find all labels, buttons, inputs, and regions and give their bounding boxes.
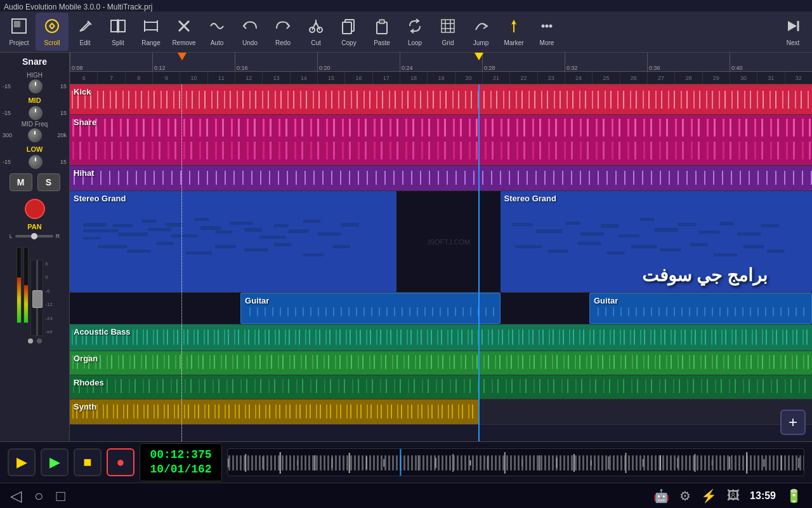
record-icon: ● xyxy=(116,454,124,471)
tool-edit[interactable]: Edit xyxy=(69,13,102,51)
tool-undo[interactable]: Undo xyxy=(233,13,266,51)
tool-jump[interactable]: Jump xyxy=(464,13,497,51)
pan-slider-row: L R xyxy=(3,233,67,239)
play-icon: ▶ xyxy=(16,454,27,471)
track-row-guitar[interactable]: Guitar Guitar xyxy=(70,293,812,324)
watermark: JSOFTJ.COM xyxy=(426,238,470,246)
tool-copy[interactable]: Copy xyxy=(332,13,365,51)
tool-redo[interactable]: Redo xyxy=(266,13,299,51)
track-content-guitar[interactable]: Guitar Guitar xyxy=(70,293,812,324)
guitar-clip-2[interactable]: Guitar xyxy=(589,293,812,324)
pan-slider-thumb[interactable] xyxy=(31,233,37,239)
mute-button[interactable]: M xyxy=(10,173,32,191)
track-content-piano[interactable]: Stereo Grand xyxy=(70,191,812,292)
svg-rect-99 xyxy=(452,454,454,472)
svg-rect-96 xyxy=(383,459,384,467)
svg-rect-104 xyxy=(539,455,540,471)
tool-more[interactable]: More xyxy=(530,13,563,51)
track-row-synth[interactable]: Synth xyxy=(70,399,812,425)
vu-channel-right xyxy=(23,247,29,336)
track-row-snare[interactable]: Snare xyxy=(70,115,812,166)
svg-rect-81 xyxy=(714,253,737,257)
record-arm-button[interactable] xyxy=(25,199,45,219)
tool-paste[interactable]: Paste xyxy=(365,13,398,51)
tool-auto[interactable]: Auto xyxy=(200,13,233,51)
add-track-button[interactable]: + xyxy=(780,410,806,435)
track-content-kick[interactable]: Kick // Generate kick waveform bars inli… xyxy=(70,84,812,114)
track-content-hihat[interactable]: Hihat xyxy=(70,166,812,190)
piano-clip-1[interactable]: Stereo Grand xyxy=(70,191,396,292)
tool-marker[interactable]: Marker xyxy=(497,13,530,51)
track-row-organ[interactable]: Organ xyxy=(70,351,812,375)
track-content-snare[interactable]: Snare xyxy=(70,115,812,165)
svg-rect-68 xyxy=(655,228,678,232)
vu-bar-left xyxy=(16,247,22,323)
time-ruler[interactable]: 0:08 0:12 0:16 0:20 0:24 0:28 0:32 0:36 … xyxy=(70,53,812,72)
home-button[interactable]: ○ xyxy=(34,487,44,505)
track-row-piano[interactable]: Stereo Grand xyxy=(70,191,812,293)
back-button[interactable]: ◁ xyxy=(10,487,22,505)
guitar-clip-1[interactable]: Guitar xyxy=(240,293,501,324)
db-labels: 6 0 -6 -12 -24 -inf xyxy=(45,260,53,336)
tool-split[interactable]: Split xyxy=(102,13,134,51)
tool-cut[interactable]: Cut xyxy=(299,13,332,51)
solo-button[interactable]: S xyxy=(37,173,60,191)
tool-range[interactable]: Range xyxy=(134,13,167,51)
svg-rect-37 xyxy=(141,220,156,223)
svg-rect-56 xyxy=(215,245,235,248)
svg-rect-83 xyxy=(767,250,785,253)
track-row-rhodes[interactable]: Rhodes xyxy=(70,375,812,399)
tracks-container[interactable]: Kick // Generate kick waveform bars inli… xyxy=(70,84,812,441)
eq-midfreq-knob[interactable] xyxy=(28,128,42,142)
tool-next[interactable]: Next xyxy=(776,13,809,51)
track-label-kick: Kick xyxy=(74,87,91,97)
dot-2[interactable] xyxy=(37,338,42,344)
pan-slider[interactable] xyxy=(15,235,53,237)
eq-high-knob[interactable] xyxy=(29,79,43,93)
synth-clip-1[interactable]: Synth xyxy=(70,399,478,424)
dot-1[interactable] xyxy=(28,338,33,344)
scroll-dots xyxy=(28,336,42,346)
track-content-bass[interactable]: Acoustic Bass xyxy=(70,324,812,351)
svg-point-2 xyxy=(46,20,58,32)
fader-handle[interactable] xyxy=(32,290,43,308)
volume-fader[interactable] xyxy=(30,260,43,336)
track-row-bass[interactable]: Acoustic Bass xyxy=(70,324,812,351)
copy-label: Copy xyxy=(341,39,356,46)
play-green-button[interactable]: ▶ xyxy=(41,448,69,476)
piano-clip-2[interactable]: Stereo Grand xyxy=(501,191,812,292)
svg-rect-61 xyxy=(513,223,534,226)
eq-low-knob[interactable] xyxy=(29,155,43,169)
track-content-synth[interactable]: Synth xyxy=(70,399,812,424)
track-row-hihat[interactable]: Hihat xyxy=(70,166,812,191)
tool-scroll[interactable]: Scroll xyxy=(36,13,69,51)
track-content-rhodes[interactable]: Rhodes xyxy=(70,375,812,399)
undo-icon xyxy=(241,17,259,37)
eq-mid-knob[interactable] xyxy=(29,106,43,120)
tool-remove[interactable]: Remove xyxy=(167,13,200,51)
svg-rect-34 xyxy=(83,237,101,239)
svg-rect-67 xyxy=(639,218,654,221)
tool-project[interactable]: Project xyxy=(3,13,36,51)
recents-button[interactable]: □ xyxy=(56,487,66,505)
settings-icon: ⚙ xyxy=(679,488,691,504)
svg-rect-4 xyxy=(111,20,117,32)
eq-low-row: -15 15 xyxy=(3,155,67,169)
beat-ruler: 6 7 8 9 10 11 12 13 14 15 16 17 18 19 20… xyxy=(70,72,812,84)
svg-rect-20 xyxy=(379,20,384,23)
svg-rect-57 xyxy=(244,248,268,251)
eq-high-row: -15 15 xyxy=(3,79,67,93)
remove-icon xyxy=(175,17,193,37)
kick-waveform-pattern xyxy=(70,91,812,109)
svg-rect-100 xyxy=(469,460,471,465)
track-content-organ[interactable]: Organ xyxy=(70,351,812,375)
record-button[interactable]: ● xyxy=(107,448,134,476)
stop-button[interactable]: ■ xyxy=(74,448,102,476)
track-row-kick[interactable]: Kick // Generate kick waveform bars inli… xyxy=(70,84,812,115)
play-button[interactable]: ▶ xyxy=(8,448,36,476)
status-right: 🤖 ⚙ ⚡ 🖼 13:59 🔋 xyxy=(653,488,802,504)
midi-notes-1 xyxy=(83,210,376,286)
tool-grid[interactable]: Grid xyxy=(431,13,464,51)
svg-rect-103 xyxy=(521,459,523,467)
tool-loop[interactable]: Loop xyxy=(398,13,431,51)
